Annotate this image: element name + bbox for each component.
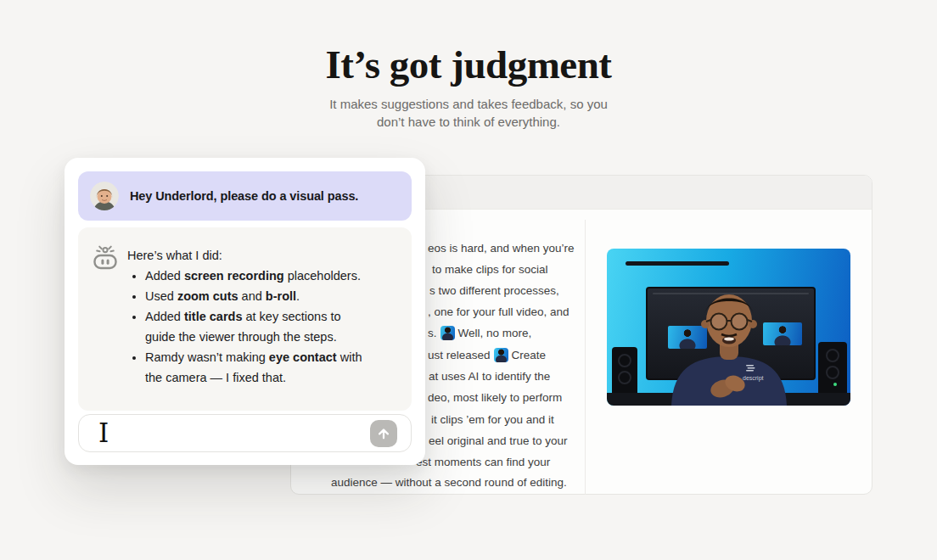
ceiling-light [626,261,729,266]
transcript-line[interactable]: audience — without a second round of edi… [331,475,567,490]
hero-section: It’s got judgment It makes suggestions a… [0,41,937,131]
transcript-line[interactable]: , one for your full video, and [428,305,569,320]
transcript-line[interactable]: at uses AI to identify the [429,369,550,384]
user-message-bubble: Hey Underlord, please do a visual pass. [78,171,412,221]
transcript-line[interactable]: s.Well, no more, [428,326,531,341]
arrow-up-icon [376,426,391,441]
page-subtitle: It makes suggestions and takes feedback,… [0,95,937,131]
assistant-bullet-item: Used zoom cuts and b-roll. [145,286,362,306]
speaker-left [612,347,637,398]
assistant-message-bubble: Here’s what I did: Added screen recordin… [78,227,412,411]
transcript-line[interactable]: it clips ’em for you and it [431,412,554,428]
page-title: It’s got judgment [0,41,937,88]
speaker-right [818,342,847,398]
inline-video-frame-thumbnail [440,326,455,340]
led-indicator [833,383,837,386]
transcript-line[interactable]: est moments can find your [416,455,550,470]
transcript-line[interactable]: to make clips for social [432,262,548,277]
transcript-line[interactable]: eos is hard, and when you’re [428,241,575,256]
assistant-bullet-list: Added screen recording placeholders.Used… [127,266,362,388]
assistant-intro: Here’s what I did: [127,245,362,266]
text-cursor-icon: I [98,418,109,447]
transcript-line[interactable]: deo, most likely to perform [428,390,562,406]
assistant-message-content: Here’s what I did: Added screen recordin… [127,245,362,411]
inline-video-frame-thumbnail [494,348,508,362]
page: { "hero": { "title": "It\u2019s got judg… [0,0,937,560]
transcript-line[interactable]: eel original and true to your [429,434,568,449]
assistant-bullet-item: Ramdy wasn’t making eye contact withthe … [145,347,362,388]
assistant-bullet-item: Added screen recording placeholders. [145,266,362,286]
underlord-chat-card: Hey Underlord, please do a visual pass. … [65,158,425,465]
user-message-text: Hey Underlord, please do a visual pass. [130,189,358,203]
chat-input[interactable]: I [78,414,412,452]
svg-text:descript: descript [743,375,764,382]
transcript-line[interactable]: s two different processes, [429,283,559,299]
transcript-line[interactable]: ust releasedCreate [428,348,546,363]
send-button[interactable] [370,420,397,447]
user-avatar [90,182,119,210]
robot-icon [91,244,120,272]
column-divider [585,220,586,495]
assistant-bullet-item: Added title cards at key sections toguid… [145,306,362,347]
presenter: descript [644,277,814,406]
video-preview-thumbnail[interactable]: descript [607,249,850,406]
